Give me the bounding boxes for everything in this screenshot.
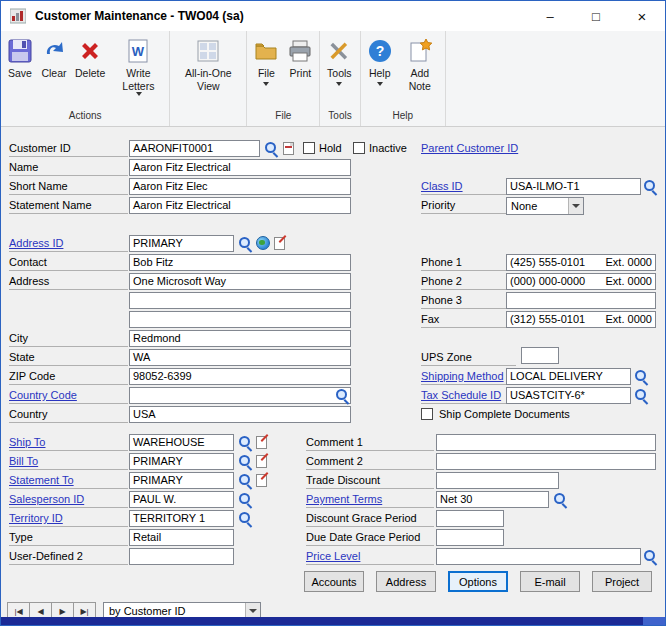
toolbar-group-tools: Tools Tools (320, 31, 360, 126)
bill-to-link[interactable]: Bill To (9, 453, 128, 470)
country-field[interactable]: USA (129, 406, 351, 423)
city-field[interactable]: Redmond (129, 330, 351, 347)
file-button[interactable]: File (249, 35, 283, 88)
ship-complete-checkbox[interactable] (421, 408, 433, 420)
country-code-link[interactable]: Country Code (9, 387, 128, 404)
country-code-lookup-icon[interactable] (334, 388, 350, 404)
tax-schedule-link[interactable]: Tax Schedule ID (421, 387, 506, 404)
address-id-field[interactable]: PRIMARY (129, 235, 234, 252)
salesperson-lookup-icon[interactable] (237, 492, 253, 508)
customer-id-field[interactable]: AARONFIT0001 (129, 140, 260, 157)
address-id-lookup-icon[interactable] (237, 236, 253, 252)
payment-terms-field[interactable]: Net 30 (436, 491, 549, 508)
delete-button[interactable]: Delete (71, 35, 109, 82)
priority-select[interactable]: None (506, 197, 584, 215)
customer-note-icon[interactable] (283, 142, 294, 155)
comment-2-field[interactable] (436, 453, 656, 470)
class-id-link[interactable]: Class ID (421, 178, 506, 195)
salesperson-id-field[interactable]: PAUL W. (129, 491, 234, 508)
type-field[interactable]: Retail (129, 529, 234, 546)
hold-label: Hold (319, 140, 342, 157)
statement-to-link[interactable]: Statement To (9, 472, 128, 489)
ship-to-lookup-icon[interactable] (237, 435, 253, 451)
territory-id-link[interactable]: Territory ID (9, 510, 128, 527)
address-id-link[interactable]: Address ID (9, 235, 128, 252)
tax-schedule-lookup-icon[interactable] (633, 388, 649, 404)
ups-zone-field[interactable] (521, 347, 559, 364)
save-button[interactable]: Save (3, 35, 37, 82)
price-level-field[interactable] (436, 548, 641, 565)
all-in-one-view-button[interactable]: All-in-One View (172, 35, 244, 94)
shipping-method-link[interactable]: Shipping Method (421, 368, 506, 385)
statement-to-field[interactable]: PRIMARY (129, 472, 234, 489)
bill-to-lookup-icon[interactable] (237, 454, 253, 470)
class-id-field[interactable]: USA-ILMO-T1 (506, 178, 641, 195)
write-letters-button[interactable]: W Write Letters (109, 35, 167, 98)
trade-discount-label: Trade Discount (306, 472, 434, 489)
toolbar-group-file: File Print File (247, 31, 320, 126)
all-in-one-view-icon (195, 37, 221, 65)
shipping-method-field[interactable]: LOCAL DELIVERY (506, 368, 631, 385)
address-line3-field[interactable] (129, 311, 351, 328)
options-button[interactable]: Options (448, 571, 508, 592)
ship-to-link[interactable]: Ship To (9, 434, 128, 451)
comment-1-field[interactable] (436, 434, 656, 451)
discount-grace-period-field[interactable] (436, 510, 504, 527)
user-defined-2-field[interactable] (129, 548, 234, 565)
customer-id-lookup-icon[interactable] (263, 141, 279, 157)
phone1-field[interactable]: (425) 555-0101Ext. 0000 (506, 254, 656, 271)
user-defined-2-label: User-Defined 2 (9, 548, 128, 565)
accounts-button[interactable]: Accounts (304, 571, 364, 592)
window-bottom-frame (1, 617, 665, 625)
add-note-button[interactable]: Add Note (397, 35, 443, 94)
short-name-field[interactable]: Aaron Fitz Elec (129, 178, 351, 195)
close-button[interactable]: × (619, 1, 665, 31)
statement-name-field[interactable]: Aaron Fitz Electrical (129, 197, 351, 214)
country-code-field[interactable] (129, 387, 351, 404)
payment-terms-link[interactable]: Payment Terms (306, 491, 434, 508)
tools-button[interactable]: Tools (322, 35, 356, 88)
address-line1-field[interactable]: One Microsoft Way (129, 273, 351, 290)
class-id-lookup-icon[interactable] (642, 179, 658, 195)
address-button[interactable]: Address (376, 571, 436, 592)
hold-checkbox[interactable] (303, 142, 315, 154)
state-field[interactable]: WA (129, 349, 351, 366)
resize-grip[interactable] (643, 617, 665, 625)
price-level-link[interactable]: Price Level (306, 548, 434, 565)
phone2-field[interactable]: (000) 000-0000Ext. 0000 (506, 273, 656, 290)
toolbar-group-actions: Save Clear Delete W Write Letters (1, 31, 170, 126)
bill-to-field[interactable]: PRIMARY (129, 453, 234, 470)
fax-field[interactable]: (312) 555-0101Ext. 0000 (506, 311, 656, 328)
territory-lookup-icon[interactable] (237, 511, 253, 527)
parent-customer-id-link[interactable]: Parent Customer ID (421, 140, 518, 157)
statement-to-lookup-icon[interactable] (237, 473, 253, 489)
address-line2-field[interactable] (129, 292, 351, 309)
contact-field[interactable]: Bob Fitz (129, 254, 351, 271)
shipping-method-lookup-icon[interactable] (633, 369, 649, 385)
statement-to-note-icon[interactable] (256, 474, 267, 487)
trade-discount-field[interactable] (436, 472, 559, 489)
maximize-button[interactable]: □ (573, 1, 619, 31)
salesperson-id-link[interactable]: Salesperson ID (9, 491, 128, 508)
name-field[interactable]: Aaron Fitz Electrical (129, 159, 351, 176)
due-date-grace-period-field[interactable] (436, 529, 504, 546)
address-note-icon[interactable] (274, 237, 285, 250)
phone3-field[interactable] (506, 292, 656, 309)
territory-id-field[interactable]: TERRITORY 1 (129, 510, 234, 527)
zip-code-field[interactable]: 98052-6399 (129, 368, 351, 385)
bill-to-note-icon[interactable] (256, 455, 267, 468)
ship-to-field[interactable]: WAREHOUSE (129, 434, 234, 451)
clear-button[interactable]: Clear (37, 35, 71, 82)
phone2-label: Phone 2 (421, 273, 506, 290)
email-button[interactable]: E-mail (520, 571, 580, 592)
help-button[interactable]: ? Help (363, 35, 397, 88)
project-button[interactable]: Project (592, 571, 652, 592)
inactive-checkbox[interactable] (353, 142, 365, 154)
price-level-lookup-icon[interactable] (642, 549, 658, 565)
payment-terms-lookup-icon[interactable] (552, 492, 568, 508)
tax-schedule-field[interactable]: USASTCITY-6* (506, 387, 631, 404)
print-button[interactable]: Print (283, 35, 317, 82)
map-globe-icon[interactable] (256, 236, 270, 250)
minimize-button[interactable]: – (527, 1, 573, 31)
ship-to-note-icon[interactable] (256, 436, 267, 449)
